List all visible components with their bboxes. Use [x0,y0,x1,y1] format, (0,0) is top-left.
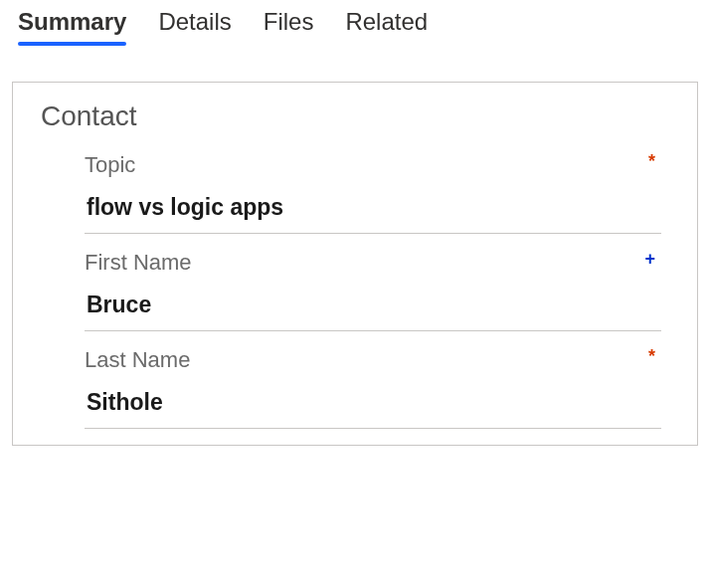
tab-summary[interactable]: Summary [18,8,126,42]
required-indicator-icon: * [648,152,661,170]
field-topic-label: Topic [85,152,135,178]
section-title-contact: Contact [41,100,669,132]
field-last-name-label: Last Name [85,347,190,373]
form-panel: Contact Topic * flow vs logic apps First… [12,82,698,446]
field-topic-label-row: Topic * [85,152,661,194]
tab-files[interactable]: Files [264,8,314,42]
field-first-name-label-row: First Name + [85,250,661,292]
field-topic-value[interactable]: flow vs logic apps [85,194,661,221]
field-first-name-label: First Name [85,250,192,276]
field-first-name[interactable]: First Name + Bruce [85,250,661,331]
tab-bar: Summary Details Files Related [0,0,710,42]
field-last-name-label-row: Last Name * [85,347,661,389]
field-topic[interactable]: Topic * flow vs logic apps [85,152,661,234]
field-last-name-value[interactable]: Sithole [85,389,661,416]
tab-details[interactable]: Details [158,8,231,42]
tab-related[interactable]: Related [345,8,428,42]
recommended-indicator-icon: + [644,250,661,268]
field-first-name-value[interactable]: Bruce [85,292,661,318]
field-last-name[interactable]: Last Name * Sithole [85,347,661,429]
required-indicator-icon: * [648,347,661,365]
